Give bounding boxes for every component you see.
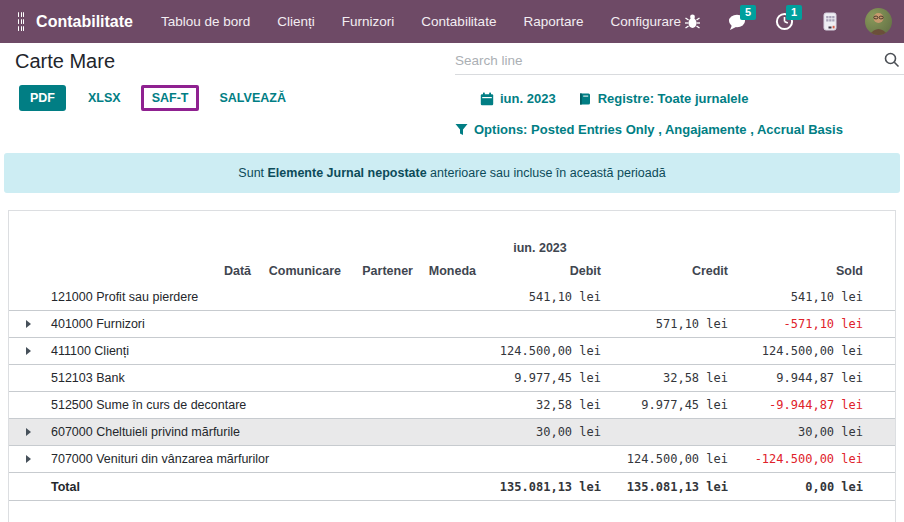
total-debit: 135.081,13 lei [476,480,601,494]
debit-value: 32,58 lei [476,398,601,412]
expand-caret-icon[interactable] [26,428,31,436]
user-avatar[interactable] [865,8,892,35]
balance-value: -124.500,00 lei [728,452,863,466]
search-icon[interactable] [884,52,900,72]
col-balance: Sold [728,264,863,278]
activities-icon[interactable]: 1 [773,11,795,33]
date-filter-label: iun. 2023 [500,91,556,106]
messages-icon[interactable]: 5 [727,11,749,33]
col-debit: Debit [476,264,601,278]
table-row-512500[interactable]: 512500 Sume în curs de decontare 32,58 l… [9,392,895,419]
column-header-row: Dată Comunicare Partener Moneda Debit Cr… [9,258,895,284]
page: Contabilitate Tablou de bord Clienți Fur… [0,0,904,522]
journal-book-icon [578,92,592,106]
save-button[interactable]: SALVEAZĂ [219,85,285,111]
balance-value: 541,10 lei [728,290,863,304]
journals-filter[interactable]: Registre: Toate jurnalele [578,91,749,106]
total-credit: 135.081,13 lei [601,480,728,494]
main-menu: Tablou de bord Clienți Furnizori Contabi… [161,14,681,29]
table-row-512103[interactable]: 512103 Bank 9.977,45 lei 32,58 lei 9.944… [9,365,895,392]
account-name: 512500 Sume în curs de decontare [47,398,206,412]
expand-caret-icon[interactable] [26,320,31,328]
credit-value: 9.977,45 lei [601,398,728,412]
table-row-411100[interactable]: 411100 Clienți 124.500,00 lei 124.500,00… [9,338,895,365]
table-row-401000[interactable]: 401000 Furnizori 571,10 lei -571,10 lei [9,311,895,338]
balance-value: 124.500,00 lei [728,344,863,358]
bug-icon[interactable] [681,11,703,33]
unposted-entries-link[interactable]: Elemente Jurnal nepostate [268,166,427,180]
balance-value: 9.944,87 lei [728,371,863,385]
calendar-icon [480,92,494,106]
credit-value: 32,58 lei [601,371,728,385]
account-name: 512103 Bank [47,371,206,385]
unposted-entries-banner: Sunt Elemente Jurnal nepostate anterioar… [4,153,900,193]
apps-grid-icon[interactable] [18,12,24,31]
col-currency: Moneda [413,264,476,278]
menu-accounting[interactable]: Contabilitate [421,14,496,29]
balance-value: -571,10 lei [728,317,863,331]
date-filter[interactable]: iun. 2023 [480,91,556,106]
col-credit: Credit [601,264,728,278]
expand-caret-icon[interactable] [26,455,31,463]
filter-row-1: iun. 2023 Registre: Toate jurnalele [480,91,748,106]
activities-badge: 1 [786,5,802,20]
menu-vendors[interactable]: Furnizori [342,14,395,29]
period-header: iun. 2023 [9,211,895,258]
journals-filter-label: Registre: Toate jurnalele [598,91,749,106]
page-title: Carte Mare [15,50,115,73]
col-date: Dată [206,264,251,278]
balance-value: -9.944,87 lei [728,398,863,412]
menu-dashboard[interactable]: Tablou de bord [161,14,250,29]
menu-customers[interactable]: Clienți [277,14,315,29]
pdf-button[interactable]: PDF [19,85,66,111]
account-name: 411100 Clienți [47,344,206,358]
debit-value: 124.500,00 lei [476,344,601,358]
search-box [455,48,904,75]
table-row-121000[interactable]: 121000 Profit sau pierdere 541,10 lei 54… [9,284,895,311]
table-row-707000[interactable]: 707000 Venituri din vânzarea mărfurilor … [9,446,895,473]
topbar: Contabilitate Tablou de bord Clienți Fur… [0,0,904,43]
topbar-right: 5 1 [681,8,892,35]
search-input[interactable] [455,48,870,72]
credit-value: 571,10 lei [601,317,728,331]
options-filter-label: Options: Posted Entries Only , Angajamen… [474,122,843,137]
messages-badge: 5 [740,5,756,20]
table-row-total: Total 135.081,13 lei 135.081,13 lei 0,00… [9,473,895,501]
col-communication: Comunicare [251,264,341,278]
account-name: 707000 Venituri din vânzarea mărfurilor [47,452,206,466]
saft-button[interactable]: SAF-T [141,85,200,111]
period-label: iun. 2023 [513,241,567,255]
filter-row-2: Options: Posted Entries Only , Angajamen… [455,122,843,137]
xlsx-button[interactable]: XLSX [88,85,121,111]
balance-value: 30,00 lei [728,425,863,439]
menu-reporting[interactable]: Raportare [523,14,583,29]
export-actions: PDF XLSX SAF-T SALVEAZĂ [19,85,286,111]
expand-caret-icon[interactable] [26,347,31,355]
debit-value: 541,10 lei [476,290,601,304]
debit-value: 30,00 lei [476,425,601,439]
app-name[interactable]: Contabilitate [36,13,133,31]
account-name: 401000 Furnizori [47,317,206,331]
credit-value: 124.500,00 lei [601,452,728,466]
total-label: Total [47,480,206,494]
account-name: 607000 Cheltuieli privind mărfurile [47,425,206,439]
total-balance: 0,00 lei [728,480,863,494]
mobile-icon[interactable] [819,11,841,33]
col-partner: Partener [341,264,413,278]
options-filter[interactable]: Options: Posted Entries Only , Angajamen… [455,122,843,137]
filter-funnel-icon [455,123,468,136]
menu-configuration[interactable]: Configurare [610,14,681,29]
table-row-607000[interactable]: 607000 Cheltuieli privind mărfurile 30,0… [9,419,895,446]
banner-text: Sunt Elemente Jurnal nepostate anterioar… [238,166,665,180]
general-ledger-card: iun. 2023 Dată Comunicare Partener Moned… [8,210,896,522]
debit-value: 9.977,45 lei [476,371,601,385]
account-name: 121000 Profit sau pierdere [47,290,206,304]
